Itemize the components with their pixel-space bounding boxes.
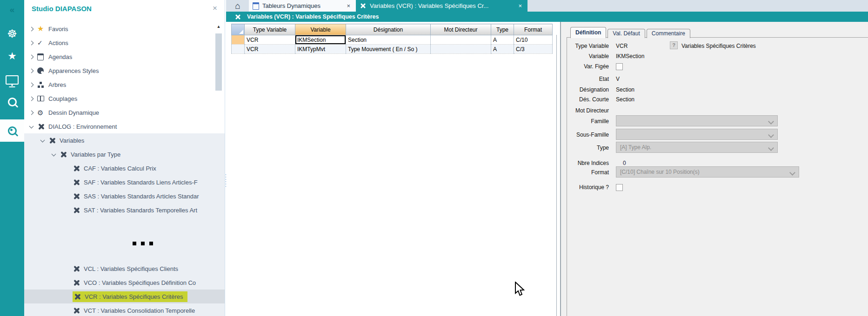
cell-designation[interactable]: Type Mouvement ( En / So )	[346, 45, 431, 54]
field-label: Etat	[566, 76, 609, 82]
tab-val-defaut[interactable]: Val. Défaut	[608, 29, 645, 38]
help-button[interactable]: ?	[670, 41, 678, 49]
sous-famille-dropdown[interactable]	[616, 129, 778, 140]
chevron-right-icon	[29, 110, 34, 115]
sidebar-close-icon[interactable]: ×	[213, 4, 217, 13]
close-tab-icon[interactable]: ×	[345, 2, 352, 9]
field-value: VCR	[616, 43, 628, 49]
tree-item-couplages[interactable]: Couplages	[24, 92, 225, 105]
rail-search-button[interactable]	[0, 94, 24, 109]
field-label: Historique ?	[566, 184, 609, 191]
cell-variable[interactable]: IKMTypMvt	[295, 45, 346, 54]
cell-type[interactable]: A	[491, 45, 514, 54]
famille-dropdown[interactable]	[616, 115, 778, 126]
column-header-mot-directeur[interactable]: Mot Directeur	[431, 24, 491, 35]
variables-table: Type Variable Variable Désignation Mot D…	[231, 24, 553, 54]
ellipsis-dots-icon	[133, 242, 153, 245]
field-label: Variable	[566, 53, 609, 59]
chevron-right-icon	[29, 40, 34, 45]
column-header-designation[interactable]: Désignation	[346, 24, 431, 35]
crossed-tools-icon	[73, 307, 80, 315]
format-dropdown[interactable]: [C/10] Chaîne sur 10 Position(s)	[616, 166, 799, 178]
field-format: Format [C/10] Chaîne sur 10 Position(s)	[561, 169, 821, 176]
column-header-format[interactable]: Format	[514, 24, 553, 35]
tree-scrollbar-thumb[interactable]	[215, 33, 222, 91]
rail-favorites-button[interactable]: ★	[0, 49, 24, 63]
field-label: Format	[566, 169, 609, 176]
org-tree-icon	[37, 81, 45, 88]
cell-format[interactable]: C/10	[514, 35, 553, 45]
tab-definition[interactable]: Définition	[570, 27, 606, 38]
rail-monitor-button[interactable]	[0, 72, 24, 87]
chevron-down-icon	[29, 124, 34, 128]
tree-item-agendas[interactable]: Agendas	[24, 50, 225, 64]
tree-item-dialog-environnement[interactable]: DIALOG : Environnement	[24, 119, 225, 133]
crossed-tools-icon	[73, 178, 80, 186]
chevron-right-icon	[29, 82, 34, 87]
tab-tableurs-dynamiques[interactable]: Tableurs Dynamiques ×	[249, 0, 356, 12]
tree-item-vco[interactable]: VCO : Variables Spécifiques Définition C…	[24, 276, 225, 290]
tree-item-dessin-dynamique[interactable]: ⚙Dessin Dynamique	[24, 105, 225, 119]
tree-item-vcr-selected[interactable]: VCR : Variables Spécifiques Critères	[24, 290, 225, 303]
tree-item-variables[interactable]: Variables	[24, 133, 225, 147]
field-variable: Variable IKMSection	[561, 53, 747, 60]
field-des-courte: Dés. Courte Section	[561, 96, 747, 103]
document-title: Variables (VCR) : Variables Spécifiques …	[247, 13, 379, 20]
rail-explorer-button[interactable]	[0, 119, 24, 142]
chevron-down-icon	[768, 118, 774, 125]
cell-designation[interactable]: Section	[346, 35, 431, 45]
chevron-right-icon	[29, 26, 34, 31]
tree-item-sat[interactable]: SAT : Variables Standards Temporelles Ar…	[24, 203, 225, 217]
tree-item-actions[interactable]: ✓Actions	[24, 36, 225, 50]
cell-variable-selected[interactable]: IKMSection	[295, 35, 346, 45]
tree-item-sas[interactable]: SAS : Variables Standards Articles Stand…	[24, 189, 225, 203]
rail-wheel-button[interactable]: ☸	[0, 27, 24, 41]
search-icon	[8, 98, 17, 106]
field-label: Var. Figée	[566, 63, 609, 70]
tab-commentaire[interactable]: Commentaire	[647, 29, 690, 38]
cell-format[interactable]: C/3	[514, 45, 553, 54]
column-header-variable[interactable]: Variable	[295, 24, 346, 35]
tree-item-vcl[interactable]: VCL : Variables Spécifiques Clients	[24, 262, 225, 276]
cell-type-variable[interactable]: VCR	[245, 45, 295, 54]
field-label: Type Variable	[566, 43, 609, 49]
crossed-tools-icon	[60, 151, 67, 158]
tree-item-saf[interactable]: SAF : Variables Standards Liens Articles…	[24, 175, 225, 189]
row-indicator-cell[interactable]	[232, 35, 245, 45]
chevron-down-icon	[789, 170, 795, 176]
star-icon: ★	[37, 25, 44, 33]
home-tab-button[interactable]: ⌂	[232, 0, 244, 12]
field-value: 0	[623, 160, 626, 166]
tree-item-arbres[interactable]: Arbres	[24, 78, 225, 92]
chevron-right-icon	[29, 68, 34, 73]
tree-item-caf[interactable]: CAF : Variables Calcul Prix	[24, 161, 225, 175]
field-etat: Etat V	[561, 75, 747, 83]
tree-scroll-up-button[interactable]: ▲	[214, 24, 223, 32]
tree-item-favoris[interactable]: ★Favoris	[24, 22, 225, 36]
table-row[interactable]: VCR IKMTypMvt Type Mouvement ( En / So )…	[232, 45, 553, 54]
column-header-type[interactable]: Type	[491, 24, 514, 35]
tree-item-apparences-styles[interactable]: Apparences Styles	[24, 64, 225, 78]
table-row[interactable]: VCR IKMSection Section A C/10	[232, 35, 553, 45]
crossed-tools-icon	[37, 123, 45, 131]
historique-checkbox[interactable]	[616, 184, 623, 191]
field-famille: Famille	[561, 118, 794, 125]
tree-item-vct[interactable]: VCT : Variables Consolidation Temporelle	[24, 303, 225, 316]
var-figee-checkbox[interactable]	[616, 63, 623, 70]
close-tab-icon[interactable]: ×	[516, 2, 524, 9]
tree-item-variables-par-type[interactable]: Variables par Type	[24, 147, 225, 161]
field-type-variable: Type Variable VCR ? Variables Spécifique…	[561, 42, 868, 50]
tab-variables-vcr-active[interactable]: Variables (VCR) : Variables Spécifiques …	[356, 0, 527, 12]
row-indicator-cell[interactable]	[232, 45, 245, 54]
select-all-corner-cell[interactable]	[232, 24, 245, 35]
collapse-sidebar-button[interactable]: «	[0, 4, 24, 16]
detail-panel: Définition Val. Défaut Commentaire Type …	[560, 22, 868, 316]
cell-type[interactable]: A	[491, 35, 514, 45]
cell-mot-directeur[interactable]	[431, 45, 491, 54]
cell-type-variable[interactable]: VCR	[245, 35, 295, 45]
column-header-type-variable[interactable]: Type Variable	[245, 24, 295, 35]
cell-mot-directeur[interactable]	[431, 35, 491, 45]
detail-tabs: Définition Val. Défaut Commentaire	[570, 27, 692, 38]
type-dropdown[interactable]: [A] Type Alp.	[616, 142, 778, 153]
monitor-icon	[6, 75, 19, 85]
